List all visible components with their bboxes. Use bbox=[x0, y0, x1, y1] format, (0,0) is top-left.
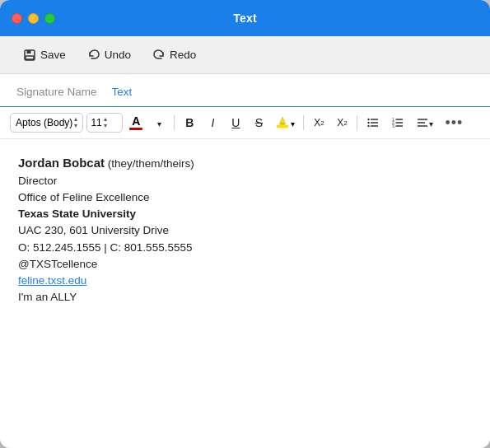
svg-rect-2 bbox=[26, 56, 34, 59]
svg-point-9 bbox=[368, 125, 370, 127]
subscript-button[interactable]: X2 bbox=[332, 113, 352, 133]
sig-line-3: Office of Feline Excellence bbox=[18, 189, 472, 206]
save-button[interactable]: Save bbox=[15, 44, 74, 66]
main-toolbar: Save Undo Redo bbox=[0, 36, 490, 74]
font-size-value: 11 bbox=[91, 117, 101, 128]
bold-button[interactable]: B bbox=[180, 113, 199, 133]
window-title: Text bbox=[233, 12, 257, 25]
svg-rect-4 bbox=[281, 123, 285, 125]
separator-3 bbox=[357, 115, 357, 130]
font-size-select[interactable]: 11 ▴▾ bbox=[86, 113, 123, 133]
app-window: Text Save Undo Redo bbox=[0, 0, 490, 448]
format-toolbar: Aptos (Body) ▴▾ 11 ▴▾ A bbox=[0, 107, 490, 139]
font-family-value: Aptos (Body) bbox=[16, 117, 72, 128]
alignment-chevron-icon bbox=[429, 116, 433, 129]
close-button[interactable] bbox=[12, 13, 22, 24]
maximize-button[interactable] bbox=[44, 13, 55, 24]
signature-name-row: Signature Name bbox=[0, 74, 490, 107]
underline-button[interactable]: U bbox=[226, 113, 245, 133]
font-color-dropdown[interactable] bbox=[149, 113, 169, 133]
titlebar: Text bbox=[0, 0, 490, 36]
font-color-bar bbox=[129, 128, 142, 130]
editor-area[interactable]: Jordan Bobcat (they/them/theirs) Directo… bbox=[0, 139, 490, 448]
svg-text:3.: 3. bbox=[392, 124, 395, 128]
font-family-arrows: ▴▾ bbox=[74, 116, 77, 129]
svg-rect-3 bbox=[277, 125, 288, 128]
alignment-icon bbox=[416, 116, 429, 129]
sig-line-2: Director bbox=[18, 173, 472, 189]
strikethrough-button[interactable]: S bbox=[249, 113, 268, 133]
font-family-select[interactable]: Aptos (Body) ▴▾ bbox=[10, 113, 83, 133]
traffic-lights bbox=[12, 13, 55, 24]
sig-name: Jordan Bobcat bbox=[18, 156, 105, 170]
bullet-list-icon bbox=[366, 116, 380, 129]
signature-name-input[interactable] bbox=[112, 86, 474, 98]
sig-line-1: Jordan Bobcat (they/them/theirs) bbox=[18, 154, 472, 173]
save-label: Save bbox=[40, 49, 66, 61]
sig-line-5: UAC 230, 601 University Drive bbox=[18, 222, 472, 239]
more-options-button[interactable]: ••• bbox=[441, 113, 467, 133]
sig-line-6: O: 512.245.1555 | C: 801.555.5555 bbox=[18, 240, 472, 256]
separator-2 bbox=[303, 115, 304, 130]
signature-name-label: Signature Name bbox=[16, 86, 97, 98]
sig-link[interactable]: feline.txst.edu bbox=[18, 274, 86, 287]
svg-point-7 bbox=[368, 122, 370, 124]
undo-button[interactable]: Undo bbox=[79, 44, 139, 66]
alignment-button[interactable] bbox=[412, 113, 437, 133]
sig-pronouns: (they/them/theirs) bbox=[105, 157, 194, 170]
svg-point-5 bbox=[368, 119, 370, 120]
redo-button[interactable]: Redo bbox=[144, 44, 204, 66]
sig-line-8: feline.txst.edu bbox=[18, 273, 472, 289]
highlight-chevron-icon bbox=[291, 117, 295, 129]
undo-icon bbox=[87, 49, 100, 62]
undo-label: Undo bbox=[105, 49, 131, 61]
numbered-list-icon: 1. 2. 3. bbox=[391, 116, 404, 129]
redo-label: Redo bbox=[170, 49, 196, 61]
superscript-button[interactable]: X2 bbox=[309, 113, 329, 133]
separator-1 bbox=[174, 115, 175, 130]
content-area: Signature Name Aptos (Body) ▴▾ 11 ▴▾ A bbox=[0, 74, 490, 448]
save-icon bbox=[23, 49, 36, 62]
bullet-list-button[interactable] bbox=[362, 113, 384, 133]
font-color-icon: A bbox=[132, 115, 140, 127]
font-color-button[interactable]: A bbox=[126, 114, 146, 132]
chevron-down-icon bbox=[157, 116, 161, 129]
highlight-button[interactable] bbox=[272, 114, 298, 132]
svg-rect-1 bbox=[27, 50, 31, 54]
minimize-button[interactable] bbox=[28, 13, 39, 24]
sig-line-4: Texas State University bbox=[18, 206, 472, 222]
sig-line-9: I'm an ALLY bbox=[18, 289, 472, 306]
sig-line-7: @TXSTcellence bbox=[18, 256, 472, 273]
redo-icon bbox=[152, 49, 166, 62]
numbered-list-button[interactable]: 1. 2. 3. bbox=[387, 113, 408, 133]
highlight-icon bbox=[275, 115, 290, 130]
font-size-arrows: ▴▾ bbox=[104, 116, 107, 129]
italic-button[interactable]: I bbox=[203, 113, 222, 133]
